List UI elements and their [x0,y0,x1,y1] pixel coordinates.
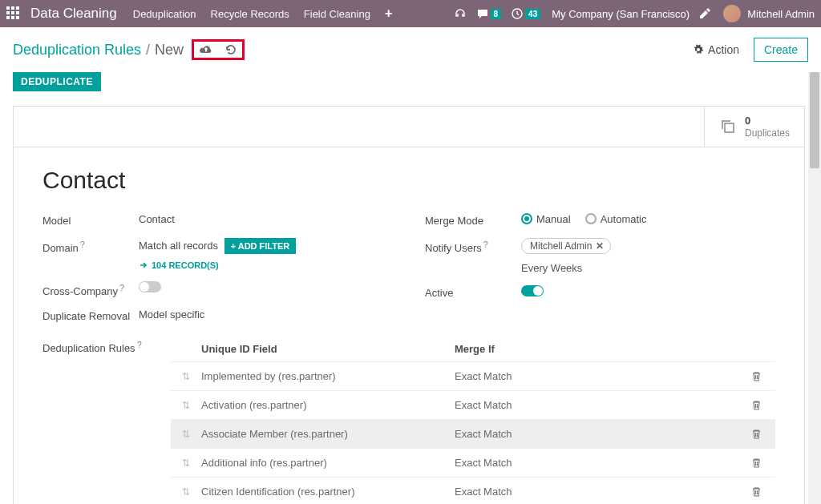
scrollbar-thumb[interactable] [810,72,819,168]
table-row[interactable]: ⇅Activation (res.partner)Exact Match [171,390,775,419]
company-selector[interactable]: My Company (San Francisco) [552,8,690,20]
field-domain: Match all records + ADD FILTER 104 RECOR… [139,238,393,270]
drag-handle-icon[interactable]: ⇅ [171,429,201,440]
brand[interactable]: Data Cleaning [30,6,117,22]
field-model[interactable]: Contact [139,213,393,225]
delete-row-icon[interactable] [751,486,775,497]
stat-count: 0 [745,115,790,127]
form-view: DEDUPLICATE 0 Duplicates Contact Model [0,72,808,504]
nav-field-cleaning[interactable]: Field Cleaning [304,8,370,20]
form-sheet: 0 Duplicates Contact Model Contact Domai… [13,106,805,504]
label-merge-mode: Merge Mode [425,213,521,227]
label-active: Active [425,285,521,299]
create-button[interactable]: Create [754,38,808,62]
drag-handle-icon[interactable]: ⇅ [171,371,201,382]
activities-icon[interactable]: 43 [511,7,540,20]
save-discard-highlight [192,39,245,60]
scrollbar[interactable] [808,72,821,504]
label-cross: Cross-Company? [42,281,139,297]
label-rules: Deduplication Rules? [42,338,171,354]
nav-add-icon[interactable]: + [385,6,392,21]
table-row[interactable]: ⇅Implemented by (res.partner)Exact Match [171,361,775,390]
control-panel: Deduplication Rules / New Action Create [0,27,821,72]
col-merge-if[interactable]: Merge If [455,343,751,355]
cell-merge[interactable]: Exact Match [455,486,751,498]
user-tag[interactable]: Mitchell Admin ✕ [521,238,611,254]
rules-header: Unique ID Field Merge If [171,338,775,361]
tag-remove-icon[interactable]: ✕ [596,240,604,252]
field-notify[interactable]: Mitchell Admin ✕ Every Weeks [521,238,775,274]
stat-duplicates[interactable]: 0 Duplicates [704,107,804,147]
record-title[interactable]: Contact [42,167,775,194]
radio-manual[interactable]: Manual [521,213,571,225]
delete-row-icon[interactable] [751,400,775,410]
rules-table: Unique ID Field Merge If ⇅Implemented by… [171,338,775,504]
col-unique-id[interactable]: Unique ID Field [201,343,455,355]
field-removal[interactable]: Model specific [139,308,393,321]
help-icon[interactable]: ? [80,240,85,249]
notify-frequency[interactable]: Every Weeks [521,262,775,274]
avatar[interactable] [723,5,741,22]
breadcrumb: Deduplication Rules / New [13,42,184,58]
label-domain: Domain? [42,238,139,254]
drag-handle-icon[interactable]: ⇅ [171,400,201,411]
table-row[interactable]: ⇅Associate Member (res.partner)Exact Mat… [171,419,775,448]
nav-recycle[interactable]: Recycle Records [211,8,289,20]
action-button[interactable]: Action [693,43,739,56]
help-icon[interactable]: ? [119,283,124,292]
delete-row-icon[interactable] [751,429,775,439]
cell-field[interactable]: Citizen Identification (res.partner) [201,486,455,498]
drag-handle-icon[interactable]: ⇅ [171,486,201,498]
label-notify: Notify Users? [425,238,521,254]
toggle-cross-company[interactable] [139,281,161,292]
user-menu[interactable]: Mitchell Admin [747,8,815,20]
deduplicate-button[interactable]: DEDUPLICATE [13,72,101,91]
gear-icon [693,44,704,55]
radio-merge-mode: Manual Automatic [521,213,775,225]
delete-row-icon[interactable] [751,371,775,381]
drag-handle-icon[interactable]: ⇅ [171,458,201,469]
debug-icon[interactable] [698,6,712,21]
radio-automatic[interactable]: Automatic [585,213,647,225]
apps-icon[interactable] [6,6,21,21]
help-icon[interactable]: ? [483,240,488,249]
toggle-active[interactable] [521,285,544,296]
help-icon[interactable]: ? [137,340,142,349]
messages-badge: 8 [491,9,502,19]
cell-field[interactable]: Additional info (res.partner) [201,457,455,469]
stat-label: Duplicates [745,127,790,139]
breadcrumb-parent[interactable]: Deduplication Rules [13,42,141,58]
label-removal: Duplicate Removal [42,308,139,322]
cell-merge[interactable]: Exact Match [455,399,751,411]
breadcrumb-current: New [155,42,184,58]
add-filter-button[interactable]: + ADD FILTER [224,238,297,254]
cell-merge[interactable]: Exact Match [455,428,751,440]
cell-field[interactable]: Associate Member (res.partner) [201,428,455,440]
nav-deduplication[interactable]: Deduplication [133,8,196,20]
copy-icon [719,118,737,135]
activities-badge: 43 [525,9,540,19]
arrow-right-icon [139,260,148,270]
label-model: Model [42,213,139,227]
table-row[interactable]: ⇅Citizen Identification (res.partner)Exa… [171,477,775,504]
cell-field[interactable]: Activation (res.partner) [201,399,455,411]
cell-merge[interactable]: Exact Match [455,370,751,382]
messages-icon[interactable]: 8 [476,7,502,20]
svg-rect-1 [725,123,734,132]
discard-icon[interactable] [224,43,237,56]
records-link[interactable]: 104 RECORD(S) [139,260,393,270]
cell-field[interactable]: Implemented by (res.partner) [201,370,455,382]
cloud-save-icon[interactable] [199,44,213,55]
action-label: Action [708,43,739,56]
topbar: Data Cleaning Deduplication Recycle Reco… [0,0,821,27]
support-icon[interactable] [454,7,467,20]
table-row[interactable]: ⇅Additional info (res.partner)Exact Matc… [171,448,775,477]
delete-row-icon[interactable] [751,458,775,468]
cell-merge[interactable]: Exact Match [455,457,751,469]
